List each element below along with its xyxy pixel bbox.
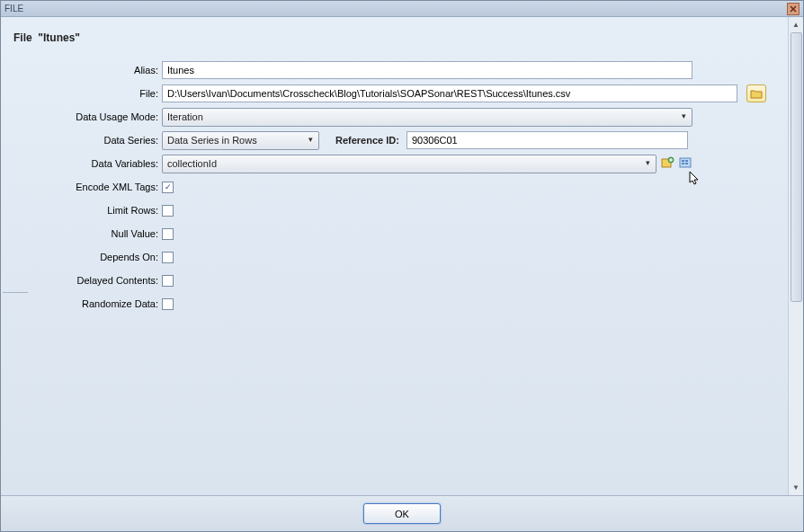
row-randomize-data: Randomize Data: (13, 294, 775, 314)
ok-button[interactable]: OK (363, 503, 441, 524)
svg-rect-6 (685, 163, 688, 164)
delayed-contents-checkbox[interactable] (162, 275, 174, 287)
data-variables-select[interactable]: collectionId (162, 155, 657, 173)
close-icon[interactable] (787, 3, 800, 15)
label-depends-on: Depends On: (13, 252, 162, 262)
reference-id-input[interactable] (406, 131, 688, 149)
row-limit-rows: Limit Rows: (13, 200, 775, 220)
label-data-series: Data Series: (13, 135, 162, 146)
alias-input[interactable] (162, 61, 692, 79)
label-reference-id: Reference ID: (335, 135, 399, 146)
label-encode-xml-tags: Encode XML Tags: (13, 182, 162, 192)
label-data-variables: Data Variables: (13, 158, 162, 169)
svg-rect-4 (685, 160, 688, 162)
label-limit-rows: Limit Rows: (13, 205, 162, 216)
scroll-thumb[interactable] (791, 32, 802, 302)
button-bar: OK (1, 495, 803, 531)
row-delayed-contents: Delayed Contents: (13, 270, 775, 290)
folder-icon (750, 89, 763, 99)
data-usage-mode-select[interactable]: Iteration (162, 108, 692, 127)
divider (3, 292, 28, 293)
row-depends-on: Depends On: (13, 247, 775, 267)
row-data-series: Data Series: Data Series in Rows Referen… (13, 130, 775, 150)
row-alias: Alias: (13, 60, 775, 80)
data-series-select[interactable]: Data Series in Rows (162, 131, 319, 150)
browse-file-button[interactable] (746, 84, 766, 102)
body-area: File "Itunes" Alias: File: (1, 17, 803, 495)
label-data-usage-mode: Data Usage Mode: (13, 111, 162, 122)
label-file: File: (13, 88, 162, 99)
window-title: FILE (4, 4, 23, 13)
scroll-up-arrow-icon[interactable]: ▲ (789, 17, 803, 32)
row-file: File: (13, 84, 775, 103)
add-variable-icon (660, 156, 674, 171)
svg-rect-3 (682, 160, 684, 162)
limit-rows-checkbox[interactable] (162, 205, 174, 217)
titlebar: FILE (1, 1, 803, 17)
form: Alias: File: Data Usage Mode: (13, 60, 775, 314)
heading-file-name: "Itunes" (38, 31, 80, 44)
heading: File "Itunes" (13, 31, 775, 44)
randomize-data-checkbox[interactable] (162, 298, 174, 310)
content: File "Itunes" Alias: File: (1, 17, 788, 495)
label-randomize-data: Randomize Data: (13, 298, 162, 309)
encode-xml-tags-checkbox[interactable] (162, 182, 174, 193)
edit-variable-button[interactable] (678, 156, 692, 171)
file-path-input[interactable] (162, 84, 737, 102)
add-variable-button[interactable] (660, 156, 674, 171)
row-null-value: Null Value: (13, 224, 775, 244)
svg-rect-5 (682, 163, 684, 164)
vertical-scrollbar[interactable]: ▲ ▼ (788, 17, 803, 495)
edit-variable-icon (678, 156, 692, 171)
label-delayed-contents: Delayed Contents: (13, 275, 162, 286)
row-data-variables: Data Variables: collectionId (13, 154, 775, 173)
label-null-value: Null Value: (13, 228, 162, 239)
null-value-checkbox[interactable] (162, 228, 174, 240)
depends-on-checkbox[interactable] (162, 252, 174, 263)
file-dialog-window: FILE File "Itunes" Alias: File: (0, 0, 804, 532)
label-alias: Alias: (13, 65, 162, 75)
row-data-usage-mode: Data Usage Mode: Iteration (13, 107, 775, 127)
scroll-down-arrow-icon[interactable]: ▼ (789, 480, 803, 495)
heading-prefix: File (13, 31, 32, 44)
row-encode-xml-tags: Encode XML Tags: (13, 177, 775, 197)
